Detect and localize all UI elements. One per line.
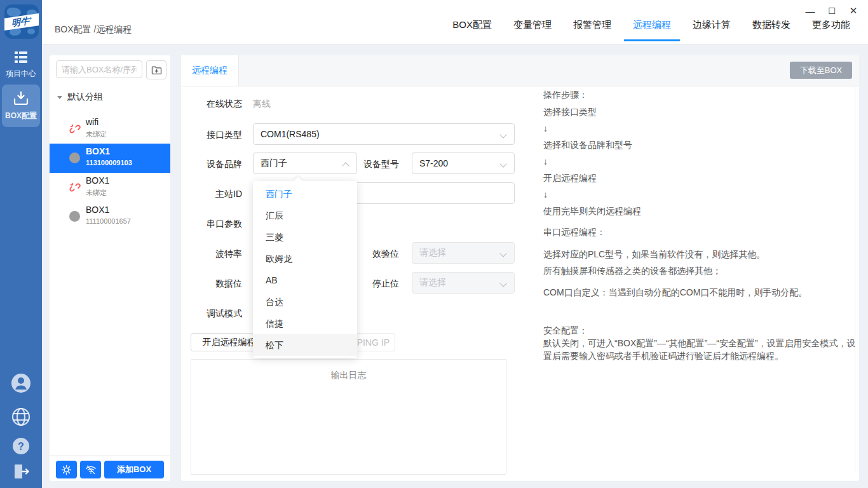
device-brand-value: 西门子 (261, 158, 287, 169)
chevron-down-icon (499, 131, 506, 138)
help-step: 使用完毕则关闭远程编程 (543, 206, 641, 217)
sidebar-language-button[interactable] (0, 407, 42, 430)
app-window: 明牛+ 项目中心 BOX配置 (0, 0, 868, 488)
sidebar-item-box-config[interactable]: BOX配置 (2, 85, 40, 127)
output-log-area: 输出日志 (191, 359, 506, 475)
dropdown-option-huichen[interactable]: 汇辰 (253, 205, 357, 226)
breadcrumb: BOX配置 /远程编程 (55, 24, 132, 36)
exit-icon (12, 463, 30, 480)
dropdown-option-siemens[interactable]: 西门子 (253, 183, 357, 205)
interface-type-select[interactable]: COM1(RS485) (253, 123, 515, 145)
box-name: BOX1 (86, 205, 109, 215)
box-item-box1-offline[interactable]: BOX1 111100001657 (50, 202, 170, 231)
tab-alarm-mgmt[interactable]: 报警管理 (573, 19, 611, 41)
help-serial-line: COM口自定义：当遇到自动分配的COM口不能用时，则手动分配。 (543, 287, 807, 299)
grid-list-icon (14, 51, 28, 64)
interface-type-value: COM1(RS485) (261, 129, 320, 139)
chevron-up-icon (342, 162, 349, 169)
chevron-down-icon (499, 160, 506, 167)
help-security-text: 默认关闭，可进入“BOX配置”—“其他配置”—“安全配置”，设置启用安全模式，设… (543, 337, 858, 362)
help-steps-title: 操作步骤： (543, 90, 588, 101)
device-brand-dropdown: 西门子 汇辰 三菱 欧姆龙 AB 台达 信捷 松下 (253, 181, 357, 358)
parity-select[interactable]: 请选择 (412, 242, 515, 264)
box-search-input[interactable] (56, 60, 142, 78)
sidebar: 明牛+ 项目中心 BOX配置 (0, 0, 42, 488)
help-step: 选择接口类型 (543, 107, 597, 118)
dropdown-option-panasonic[interactable]: 松下 (253, 334, 357, 356)
remote-programming-panel: 远程编程 下载至BOX 在线状态 离线 接口类型 COM1(RS485) 设备品… (181, 55, 859, 481)
online-status-value: 离线 (253, 98, 271, 110)
device-model-value: S7-200 (419, 158, 448, 168)
offline-dot-icon (69, 152, 80, 163)
help-step: 开启远程编程 (543, 173, 597, 184)
sidebar-user-button[interactable] (0, 372, 42, 396)
box-list-panel: 默认分组 wifi 未绑定 BOX1 113100009103 (50, 55, 170, 481)
close-button[interactable]: ✕ (843, 3, 864, 19)
box-name: wifi (86, 117, 98, 127)
help-serial-line: 所有触摸屏和传感器之类的设备都选择其他； (543, 266, 721, 277)
parity-label: 效验位 (362, 248, 399, 260)
tab-remote-programming[interactable]: 远程编程 (633, 19, 671, 41)
help-security-title: 安全配置： (543, 325, 588, 337)
master-id-label: 主站ID (204, 189, 242, 200)
box-panel-footer: 添加BOX (50, 455, 170, 482)
dropdown-option-xinje[interactable]: 信捷 (253, 313, 357, 334)
tab-more-functions[interactable]: 更多功能 (812, 19, 850, 41)
dropdown-option-delta[interactable]: 台达 (253, 291, 357, 313)
tab-remote-programming-inner[interactable]: 远程编程 (181, 55, 239, 86)
help-step: 选择和设备品牌和型号 (543, 140, 632, 151)
parity-placeholder: 请选择 (419, 247, 446, 259)
output-log-placeholder: 输出日志 (331, 370, 367, 381)
device-brand-label: 设备品牌 (204, 159, 242, 170)
device-model-select[interactable]: S7-200 (412, 152, 515, 174)
device-model-label: 设备型号 (362, 159, 399, 170)
download-to-box-button[interactable]: 下载至BOX (790, 62, 852, 79)
debug-mode-label: 调试模式 (204, 308, 242, 320)
stop-bits-select[interactable]: 请选择 (412, 272, 515, 294)
tab-data-forwarding[interactable]: 数据转发 (752, 19, 790, 41)
sidebar-help-button[interactable]: ? (0, 437, 42, 458)
globe-icon (11, 407, 31, 427)
box-serial: 113100009103 (86, 159, 132, 166)
maximize-button[interactable]: ☐ (821, 3, 843, 19)
minimize-button[interactable]: — (799, 3, 821, 19)
panel-tab-bar: 远程编程 下载至BOX (181, 55, 859, 86)
box-name: BOX1 (86, 175, 109, 186)
online-status-label: 在线状态 (204, 98, 242, 110)
box-item-wifi[interactable]: wifi 未绑定 (50, 114, 170, 144)
group-default[interactable]: 默认分组 (57, 92, 103, 103)
interface-type-label: 接口类型 (204, 130, 242, 141)
add-box-button[interactable]: 添加BOX (104, 461, 164, 478)
sidebar-item-label: BOX配置 (2, 111, 40, 121)
folder-plus-icon (151, 65, 162, 75)
top-bar: BOX配置 /远程编程 — ☐ ✕ BOX配置 变量管理 报警管理 远程编程 边… (42, 0, 868, 44)
help-serial-line: 选择对应的PLC型号，如果当前软件没有，则选择其他。 (543, 249, 765, 261)
tab-box-config[interactable]: BOX配置 (452, 19, 492, 41)
dropdown-option-ab[interactable]: AB (253, 269, 357, 291)
svg-text:?: ? (18, 441, 24, 452)
gear-icon (61, 464, 72, 475)
dropdown-option-mitsubishi[interactable]: 三菱 (253, 226, 357, 248)
stop-bits-placeholder: 请选择 (419, 277, 446, 288)
tab-edge-computing[interactable]: 边缘计算 (693, 19, 731, 41)
device-brand-select[interactable]: 西门子 (253, 152, 357, 174)
scrollbar-track[interactable] (855, 86, 855, 473)
add-group-button[interactable] (146, 60, 166, 79)
logo-text: 明牛+ (11, 15, 32, 29)
wifi-config-button[interactable] (80, 461, 101, 478)
settings-button[interactable] (56, 461, 77, 478)
data-bits-label: 数据位 (204, 278, 242, 290)
sidebar-logout-button[interactable] (0, 463, 42, 483)
top-nav: BOX配置 变量管理 报警管理 远程编程 边缘计算 数据转发 更多功能 (452, 19, 850, 41)
tab-variable-mgmt[interactable]: 变量管理 (513, 19, 552, 41)
baud-rate-label: 波特率 (204, 248, 242, 260)
sidebar-item-project-center[interactable]: 项目中心 (2, 51, 40, 79)
down-arrow: ↓ (543, 123, 548, 133)
box-item-box1-selected[interactable]: BOX1 113100009103 (50, 144, 170, 173)
box-item-box1-unbound[interactable]: BOX1 未绑定 (50, 173, 170, 202)
group-label: 默认分组 (67, 92, 103, 103)
box-status: 未绑定 (86, 188, 107, 198)
box-name: BOX1 (86, 146, 110, 156)
app-logo: 明牛+ (4, 4, 39, 39)
dropdown-option-omron[interactable]: 欧姆龙 (253, 248, 357, 269)
